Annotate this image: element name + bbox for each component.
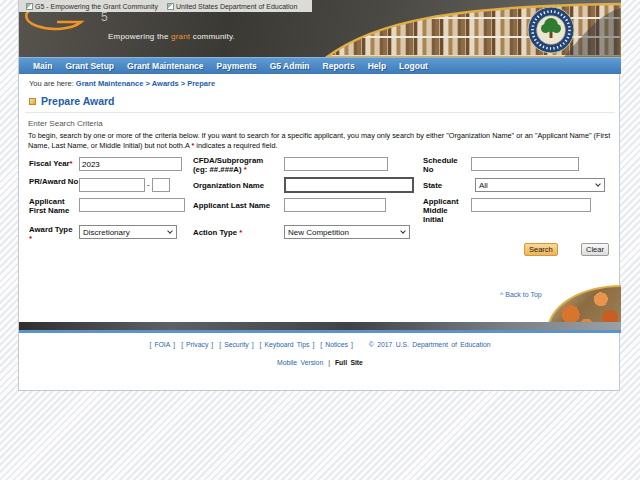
instructions: To begin, search by one or more of the c… (28, 131, 614, 151)
select-value: New Competition (288, 228, 349, 237)
page-title: Prepare Award (41, 95, 115, 107)
applicant-middle-initial-label: Applicant Middle Initial (423, 197, 469, 225)
instructions-text: indicates a required field. (196, 141, 277, 150)
nav-item-help[interactable]: Help (368, 61, 386, 71)
main-navbar: Main Grant Setup Grant Maintenance Payme… (19, 57, 621, 74)
cfda-input[interactable] (284, 157, 388, 171)
section-heading: Enter Search Criteria (28, 119, 103, 128)
prepare-award-bullet-icon (29, 98, 36, 105)
bracket: ] (173, 341, 175, 348)
label-text: Action Type (193, 228, 237, 237)
pr-award-no-suffix-input[interactable] (152, 178, 170, 192)
bracket: ] (211, 341, 213, 348)
award-type-select[interactable]: Discretionary (79, 225, 177, 239)
pr-award-separator: - (147, 180, 150, 189)
chevron-down-icon (167, 228, 173, 234)
nav-item-grant-maintenance[interactable]: Grant Maintenance (127, 61, 204, 71)
applicant-last-name-input[interactable] (284, 198, 386, 212)
footer-link-keyboard-tips[interactable]: Keyboard Tips (264, 341, 309, 348)
nav-item-g5-admin[interactable]: G5 Admin (270, 61, 310, 71)
breadcrumb-link-awards[interactable]: Awards (152, 79, 179, 88)
tab-title: G5 - Empowering the Grant Community (35, 3, 158, 10)
pr-award-no-input[interactable] (79, 178, 145, 192)
tagline-highlight: grant (171, 32, 190, 41)
breadcrumb-separator: > (145, 79, 149, 88)
broken-image-icon (26, 3, 33, 10)
tab-title: United States Department of Education (176, 3, 297, 10)
required-marker: * (191, 141, 194, 150)
desktop-background: 5 Empowering the grant community. G5 - E… (0, 0, 640, 480)
applicant-first-name-label: Applicant First Name (29, 197, 79, 215)
fiscal-year-input[interactable] (79, 157, 182, 171)
tagline-suffix: community. (190, 32, 235, 41)
content-window: 5 Empowering the grant community. G5 - E… (18, 0, 620, 391)
footer-link-privacy-group: [Privacy] (181, 341, 213, 348)
breadcrumb-link-grant-maintenance[interactable]: Grant Maintenance (76, 79, 144, 88)
applicant-last-name-label: Applicant Last Name (193, 201, 285, 210)
select-value: All (479, 181, 488, 190)
full-site-label: Full Site (335, 359, 363, 366)
bracket: [ (219, 341, 221, 348)
back-to-top-link[interactable]: ^ Back to Top (500, 291, 542, 298)
label-text: Award Type (29, 225, 72, 234)
nav-item-logout[interactable]: Logout (399, 61, 428, 71)
search-button[interactable]: Search (524, 243, 558, 256)
footer-link-privacy[interactable]: Privacy (186, 341, 208, 348)
organization-name-label: Organization Name (193, 181, 285, 190)
footer-link-notices[interactable]: Notices (325, 341, 348, 348)
bracket: [ (260, 341, 262, 348)
footer-link-notices-group: [Notices] (320, 341, 352, 348)
pr-award-no-label: PR/Award No (29, 177, 79, 186)
label-hint: (eg: ##.###A) (193, 165, 242, 174)
bracket: ] (252, 341, 254, 348)
footer-links: [FOIA] [Privacy] [Security] [Keyboard Ti… (19, 341, 621, 348)
breadcrumb-separator: > (181, 79, 185, 88)
bracket: [ (150, 341, 152, 348)
browser-tab-g5[interactable]: G5 - Empowering the Grant Community (26, 3, 158, 10)
nav-item-grant-setup[interactable]: Grant Setup (65, 61, 114, 71)
footer-divider (19, 330, 621, 333)
clear-button[interactable]: Clear (581, 243, 609, 256)
instructions-text: To begin, search by one or more of the c… (28, 131, 610, 150)
required-marker: * (239, 228, 242, 237)
footer-link-security[interactable]: Security (224, 341, 249, 348)
bracket: [ (181, 341, 183, 348)
nav-item-reports[interactable]: Reports (323, 61, 355, 71)
action-type-select[interactable]: New Competition (284, 225, 410, 239)
schedule-no-label: Schedule No (423, 156, 465, 174)
chevron-down-icon (595, 181, 601, 187)
tab-strip: G5 - Empowering the Grant Community Unit… (19, 0, 312, 12)
state-select[interactable]: All (475, 178, 605, 192)
footer-link-foia[interactable]: FOIA (154, 341, 170, 348)
applicant-first-name-input[interactable] (79, 198, 185, 212)
browser-tab-doe[interactable]: United States Department of Education (167, 3, 297, 10)
nav-item-main[interactable]: Main (33, 61, 52, 71)
department-of-education-seal-icon (528, 7, 574, 53)
footer-link-security-group: [Security] (219, 341, 253, 348)
select-value: Discretionary (83, 228, 130, 237)
broken-image-icon (167, 3, 174, 10)
organization-name-input[interactable] (284, 177, 414, 193)
label-text: Fiscal Year (29, 159, 70, 168)
mobile-version-link[interactable]: Mobile Version (277, 359, 323, 366)
schedule-no-input[interactable] (471, 157, 579, 171)
breadcrumb-link-prepare[interactable]: Prepare (187, 79, 215, 88)
footer-separator: | (328, 359, 330, 366)
cfda-label: CFDA/Subprogram(eg: ##.###A) * (193, 156, 285, 174)
nav-item-payments[interactable]: Payments (217, 61, 257, 71)
required-marker: * (70, 159, 73, 168)
label-text: CFDA/Subprogram (193, 156, 285, 165)
footer-image-bar (19, 322, 621, 330)
copyright-text: © 2017 U.S. Department of Education (369, 341, 491, 348)
chevron-down-icon (400, 228, 406, 234)
breadcrumb-prefix: You are here: (29, 79, 74, 88)
required-marker: * (244, 165, 247, 174)
applicant-middle-initial-input[interactable] (471, 198, 591, 212)
bracket: ] (312, 341, 314, 348)
tagline: Empowering the grant community. (108, 32, 235, 41)
tagline-prefix: Empowering the (108, 32, 171, 41)
g5-logo-numeral: 5 (101, 10, 108, 24)
heading-divider (25, 112, 615, 113)
footer-link-keyboard-tips-group: [Keyboard Tips] (260, 341, 315, 348)
footer-site-switch: Mobile Version | Full Site (19, 359, 621, 366)
